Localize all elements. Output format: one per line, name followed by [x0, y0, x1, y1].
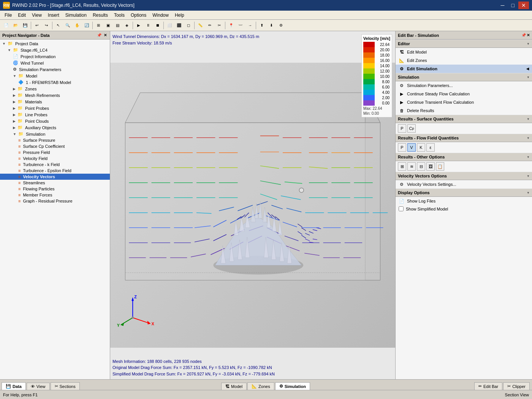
other-btn-5[interactable]: 📋 [436, 162, 444, 171]
tree-item[interactable]: ≡Turbulence - Epsilon Field [0, 168, 110, 174]
tb-settings[interactable]: ⚙ [276, 21, 285, 30]
tab-data[interactable]: 💾 Data [2, 382, 26, 390]
tb-zoom[interactable]: 🔍 [63, 21, 72, 30]
surface-Cp-btn[interactable]: Cp [407, 124, 416, 133]
tb-stream[interactable]: 〰 [236, 21, 245, 30]
sim-params-row[interactable]: ⚙ Simulation Parameters... [396, 81, 532, 90]
edit-model-row[interactable]: 🏗 Edit Model [396, 48, 532, 56]
other-btn-4[interactable]: 🖼 [426, 162, 435, 171]
tree-item[interactable]: ≡Velocity Vectors [0, 174, 110, 180]
tree-item[interactable]: ≡Velocity Field [0, 155, 110, 162]
close-button[interactable]: ✕ [518, 2, 529, 9]
surface-P-btn[interactable]: P [398, 124, 406, 133]
tree-item[interactable]: ▶📁Zones [0, 86, 110, 92]
tree-item[interactable]: 📄Project Information [0, 53, 110, 60]
tree-item[interactable]: ▶📁Materials [0, 98, 110, 105]
tree-item[interactable]: ≡Graph - Residual Pressure [0, 198, 110, 204]
tb-undo[interactable]: ↩ [32, 21, 41, 30]
tree-item[interactable]: ▼📁Project Data [0, 40, 110, 47]
tab-view[interactable]: 👁 View [27, 383, 50, 390]
tree-item[interactable]: ▼📁Simulation [0, 131, 110, 137]
tree-item[interactable]: ▼📁Model [0, 73, 110, 79]
continue-steady-row[interactable]: ▶ Continue Steady Flow Calculation [396, 90, 532, 98]
tb-play[interactable]: ▶ [134, 21, 143, 30]
tb-open[interactable]: 📂 [11, 21, 20, 30]
menu-window[interactable]: Window [149, 12, 172, 19]
flow-K-btn[interactable]: K [417, 143, 425, 152]
maximize-button[interactable]: □ [508, 2, 518, 9]
tree-item[interactable]: ≡Streamlines [0, 180, 110, 186]
other-btn-2[interactable]: ≋ [407, 162, 416, 171]
tb-annotate[interactable]: ✏ [205, 21, 214, 30]
tree-item[interactable]: ≡Surface Cp Coefficient [0, 143, 110, 149]
tb-probe[interactable]: 📍 [226, 21, 236, 30]
tb-clip[interactable]: ✂ [215, 21, 224, 30]
edit-zones-row[interactable]: 📐 Edit Zones [396, 56, 532, 65]
tree-item[interactable]: 🔷1 - RFEM/RSTAB Model [0, 79, 110, 86]
menu-insert[interactable]: Insert [45, 12, 62, 19]
tree-item[interactable]: ▶📁Point Clouds [0, 118, 110, 124]
tb-import[interactable]: ⬇ [267, 21, 276, 30]
menu-file[interactable]: File [2, 12, 15, 19]
tree-item[interactable]: ⚙Simulation Parameters [0, 66, 110, 73]
tb-measure[interactable]: 📏 [196, 21, 205, 30]
delete-results-row[interactable]: 🗑 Delete Results [396, 106, 532, 115]
flow-P-btn[interactable]: P [398, 143, 406, 152]
tb-wire[interactable]: ⬜ [165, 21, 174, 30]
menu-edit[interactable]: Edit [15, 12, 29, 19]
tb-trans[interactable]: ◻ [184, 21, 193, 30]
tree-item[interactable]: ▶📁Auxiliary Objects [0, 124, 110, 131]
menu-tools[interactable]: Tools [111, 12, 128, 19]
edit-simulation-row[interactable]: ⚙ Edit Simulation ◀ [396, 65, 532, 73]
flow-epsilon-btn[interactable]: ε [426, 143, 435, 152]
tb-rotate[interactable]: 🔄 [82, 21, 91, 30]
tb-save[interactable]: 💾 [21, 21, 30, 30]
viewport[interactable]: Wind Tunnel Dimensions: Dx = 1634.167 m,… [110, 31, 395, 379]
tb-iso[interactable]: ◈ [122, 21, 131, 30]
tree-item[interactable]: ≡Pressure Field [0, 149, 110, 155]
tree-item[interactable]: ▼📁Stage.rf6_LC4 [0, 47, 110, 53]
velocity-settings-row[interactable]: ⚙ Velocity Vectors Settings... [396, 180, 532, 188]
tb-redo[interactable]: ↪ [42, 21, 51, 30]
menu-options[interactable]: Options [128, 12, 149, 19]
tree-item[interactable]: ≡Member Forces [0, 192, 110, 198]
tb-vector[interactable]: → [245, 21, 255, 30]
tab-clipper[interactable]: ✂ Clipper [503, 382, 530, 390]
continue-transient-row[interactable]: ▶ Continue Transient Flow Calculation [396, 98, 532, 106]
tb-export[interactable]: ⬆ [257, 21, 266, 30]
minimize-button[interactable]: ─ [498, 2, 508, 9]
tb-select[interactable]: ↖ [54, 21, 63, 30]
show-simplified-checkbox[interactable] [399, 206, 404, 211]
tab-sections[interactable]: ✂ Sections [51, 382, 80, 390]
tb-stop[interactable]: ⏹ [153, 21, 162, 30]
tb-pause[interactable]: ⏸ [144, 21, 153, 30]
tab-zones[interactable]: 📐 Zones [247, 382, 274, 390]
edit-bar-close[interactable]: ✕ [527, 33, 530, 37]
tab-simulation[interactable]: ⚙ Simulation [275, 382, 310, 390]
tree-item[interactable]: ≡Turbulence - k Field [0, 162, 110, 168]
tab-model[interactable]: 🏗 Model [221, 383, 247, 390]
menu-results[interactable]: Results [90, 12, 111, 19]
tb-pan[interactable]: ✋ [73, 21, 82, 30]
menu-view[interactable]: View [29, 12, 45, 19]
tree-item[interactable]: ▶📁Point Probes [0, 105, 110, 111]
navigator-close[interactable]: ✕ [103, 33, 108, 37]
edit-bar-pin[interactable]: 📌 [521, 33, 526, 37]
tb-front[interactable]: ▣ [103, 21, 112, 30]
tab-editbar[interactable]: ✏ Edit Bar [474, 382, 502, 390]
tb-top[interactable]: ▤ [113, 21, 122, 30]
menu-help[interactable]: Help [172, 12, 187, 19]
tree-item[interactable]: ▶📁Line Probes [0, 111, 110, 118]
flow-V-btn[interactable]: V [407, 143, 416, 152]
menu-simulation[interactable]: Simulation [62, 12, 90, 19]
tree-item[interactable]: ▶📁Mesh Refinements [0, 92, 110, 98]
tree-item[interactable]: ≡Surface Pressure [0, 137, 110, 143]
tree-item[interactable]: 🌀Wind Tunnel [0, 60, 110, 66]
tree-item[interactable]: ≡Flowing Particles [0, 186, 110, 192]
navigator-pin[interactable]: 📌 [96, 33, 102, 37]
show-log-row[interactable]: 📄 Show Log Files [396, 197, 532, 205]
tb-solid[interactable]: ⬛ [174, 21, 184, 30]
other-btn-3[interactable]: ⊟ [417, 162, 425, 171]
tb-new[interactable]: 📄 [2, 21, 11, 30]
tb-fit[interactable]: ⊞ [94, 21, 103, 30]
